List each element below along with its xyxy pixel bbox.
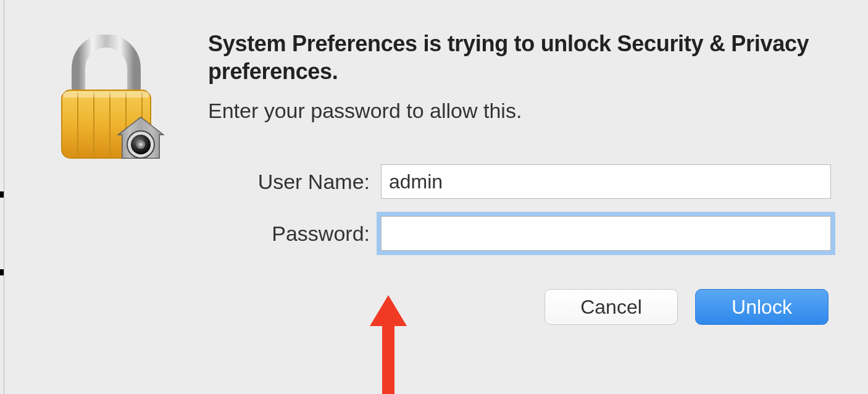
dialog-button-row: Cancel Unlock xyxy=(220,289,831,325)
svg-point-10 xyxy=(139,143,143,146)
cancel-button[interactable]: Cancel xyxy=(545,289,678,325)
dialog-subline: Enter your password to allow this. xyxy=(208,99,831,123)
dialog-text-column: System Preferences is trying to unlock S… xyxy=(208,30,831,154)
unlock-button[interactable]: Unlock xyxy=(695,289,828,325)
auth-form: User Name: Password: Cancel Unlock xyxy=(220,164,831,325)
auth-dialog: System Preferences is trying to unlock S… xyxy=(4,0,868,394)
lock-icon xyxy=(41,30,177,164)
dialog-headline: System Preferences is trying to unlock S… xyxy=(208,30,831,85)
password-row: Password: xyxy=(220,216,831,251)
password-field[interactable] xyxy=(381,216,831,251)
username-label: User Name: xyxy=(220,170,381,194)
username-field[interactable] xyxy=(381,164,831,199)
password-label: Password: xyxy=(220,222,381,246)
svg-rect-6 xyxy=(63,91,149,98)
dialog-header-row: System Preferences is trying to unlock S… xyxy=(41,30,831,164)
username-row: User Name: xyxy=(220,164,831,199)
